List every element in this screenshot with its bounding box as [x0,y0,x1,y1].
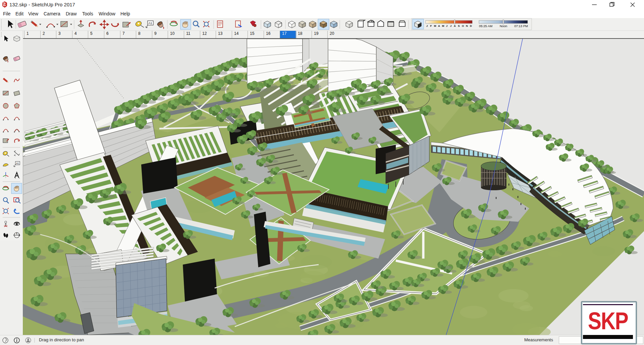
svg-text:C: C [16,232,17,234]
svg-text:M: M [434,24,436,27]
svg-text:S: S [458,24,460,27]
svg-text:J: J [450,24,451,27]
svg-text:D: D [470,24,472,27]
svg-text:J: J [446,24,447,27]
svg-text:F: F [430,24,432,27]
svg-text:Noon: Noon [500,24,507,28]
svg-text:A: A [454,24,456,27]
svg-text:07:13 PM: 07:13 PM [514,24,528,28]
svg-text:A1: A1 [16,162,19,164]
svg-text:05:25 AM: 05:25 AM [479,24,492,28]
svg-text:O: O [462,24,464,27]
svg-text:J: J [426,24,428,27]
svg-text:M: M [442,24,444,27]
svg-text:N: N [466,24,468,27]
svg-text:A1: A1 [148,21,152,25]
svg-text:A: A [438,24,440,27]
